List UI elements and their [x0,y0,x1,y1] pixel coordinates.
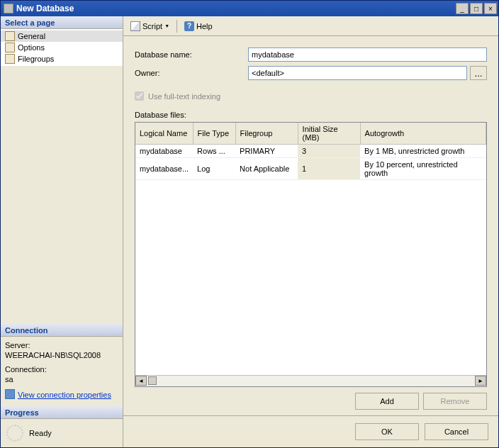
owner-browse-button[interactable]: ... [470,66,487,80]
cell-logical-name[interactable]: mydatabase... [135,158,193,180]
close-button[interactable]: × [484,3,497,14]
col-logical-name[interactable]: Logical Name [135,123,193,145]
cell-initial-size[interactable]: 3 [298,145,360,158]
maximize-button[interactable]: □ [470,3,483,14]
cell-autogrowth[interactable]: By 1 MB, unrestricted growth [360,145,486,158]
scroll-thumb[interactable] [148,376,157,385]
table-row[interactable]: mydatabase... Log Not Applicable 1 By 10… [135,158,486,180]
remove-button: Remove [423,393,487,410]
scroll-right-button[interactable]: ► [475,376,486,386]
sidebar-item-label: General [18,32,45,40]
fulltext-label: Use full-text indexing [148,92,220,101]
spinner-icon [6,425,23,442]
cell-file-type[interactable]: Rows ... [193,145,235,158]
toolbar-label: Script [142,22,162,30]
view-connection-properties-link[interactable]: View connection properties [5,389,118,401]
cell-logical-name[interactable]: mydatabase [135,145,193,158]
sidebar-item-label: Filegroups [18,55,54,63]
cancel-button[interactable]: Cancel [425,423,488,440]
sidebar: Select a page General Options Filegroups… [1,16,123,447]
sidebar-item-options[interactable]: Options [1,42,123,53]
db-name-label: Database name: [135,50,248,59]
sidebar-item-general[interactable]: General [1,30,123,42]
table-row[interactable]: mydatabase Rows ... PRIMARY 3 By 1 MB, u… [135,145,486,158]
connection-panel: Server: WEERACHAI-NB\SQL2008 Connection:… [1,337,123,406]
connection-label: Connection: [5,365,118,374]
col-initial-size[interactable]: Initial Size (MB) [298,123,360,145]
owner-label: Owner: [135,69,248,77]
files-label: Database files: [135,111,487,119]
titlebar: New Database _ □ × [1,1,498,16]
main-form: Database name: Owner: ... Use full-text … [123,36,498,415]
dialog-footer: OK Cancel [123,415,498,447]
scroll-left-button[interactable]: ◄ [135,376,147,386]
minimize-button[interactable]: _ [456,3,469,14]
script-icon [130,21,140,31]
page-list: General Options Filegroups [1,29,123,66]
server-value: WEERACHAI-NB\SQL2008 [5,351,118,359]
server-label: Server: [5,341,118,349]
sidebar-item-filegroups[interactable]: Filegroups [1,53,123,65]
new-database-window: New Database _ □ × Select a page General… [0,0,499,448]
col-autogrowth[interactable]: Autogrowth [360,123,486,145]
ok-button[interactable]: OK [355,423,419,440]
cell-initial-size[interactable]: 1 [298,158,360,180]
script-button[interactable]: Script ▼ [128,20,172,33]
progress-panel: Ready [1,419,123,447]
cell-filegroup[interactable]: PRIMARY [235,145,298,158]
col-file-type[interactable]: File Type [193,123,235,145]
sidebar-item-label: Options [18,43,45,52]
owner-input[interactable] [248,66,467,80]
database-files-table: Logical Name File Type Filegroup Initial… [135,122,487,387]
cell-autogrowth[interactable]: By 10 percent, unrestricted growth [360,158,486,180]
link-label: View connection properties [18,391,111,399]
add-button[interactable]: Add [355,393,419,410]
chevron-down-icon: ▼ [164,23,169,28]
content-area: Script ▼ ? Help Database name: Owner: .. [123,16,498,447]
window-title: New Database [16,4,74,13]
connection-value: sa [5,375,118,383]
properties-icon [5,389,15,399]
cell-file-type[interactable]: Log [193,158,235,180]
page-icon [5,43,15,52]
help-button[interactable]: ? Help [181,20,215,33]
select-page-header: Select a page [1,16,123,29]
page-icon [5,31,15,41]
connection-header: Connection [1,324,123,337]
app-icon [4,4,13,13]
horizontal-scrollbar[interactable]: ◄ ► [135,375,486,386]
cell-filegroup[interactable]: Not Applicable [235,158,298,180]
progress-status: Ready [29,429,52,437]
progress-header: Progress [1,406,123,419]
toolbar-label: Help [196,22,213,30]
toolbar: Script ▼ ? Help [123,16,498,36]
separator [176,20,177,33]
page-icon [5,54,15,64]
col-filegroup[interactable]: Filegroup [235,123,298,145]
help-icon: ? [184,21,194,31]
fulltext-checkbox [135,91,144,101]
db-name-input[interactable] [248,47,487,62]
